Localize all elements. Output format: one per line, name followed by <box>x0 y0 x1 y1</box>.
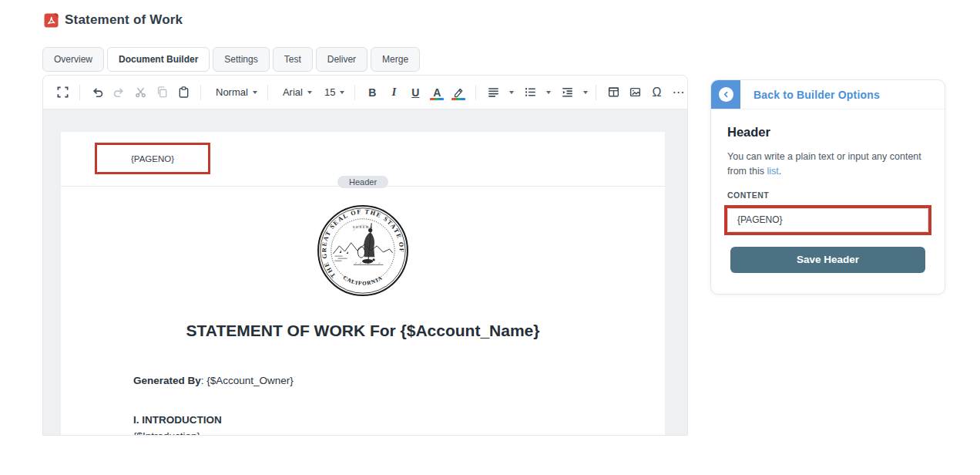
toolbar-separator <box>200 85 201 100</box>
panel-header: Back to Builder Options <box>711 80 945 109</box>
tab-settings[interactable]: Settings <box>213 47 269 72</box>
color-bar <box>430 98 444 100</box>
content-annotation-box <box>724 205 931 235</box>
section-body: {$Introduction} <box>133 430 665 436</box>
font-color-glyph: A <box>433 86 441 99</box>
table-icon[interactable] <box>603 83 623 103</box>
back-circle <box>719 87 733 102</box>
page-title: Statement of Work <box>65 12 183 28</box>
toolbar-separator <box>354 85 355 100</box>
chevron-down-icon[interactable] <box>546 91 551 94</box>
italic-icon[interactable]: I <box>384 83 404 103</box>
seal-ring-text: THE GREAT SEAL OF THE STATE OF <box>321 208 405 279</box>
chevron-down-icon[interactable] <box>509 91 514 94</box>
toolbar-separator <box>475 85 476 100</box>
section-heading: I. INTRODUCTION <box>133 414 665 426</box>
document-page[interactable]: {PAGENO} Header THE GREAT SEAL OF THE ST… <box>61 132 665 436</box>
page-header: Statement of Work <box>44 12 183 28</box>
bold-icon[interactable]: B <box>362 83 382 103</box>
tab-overview[interactable]: Overview <box>42 47 104 72</box>
generated-by-line: Generated By: {$Account_Owner} <box>133 375 665 386</box>
document-header-section: {PAGENO} Header <box>61 132 665 187</box>
cut-icon[interactable] <box>130 83 150 103</box>
align-icon[interactable] <box>483 83 503 103</box>
font-family-value: Arial <box>283 86 303 98</box>
list-link[interactable]: list <box>767 166 778 177</box>
editor-toolbar: Normal Arial 15 B I U A <box>43 76 687 109</box>
chevron-down-icon[interactable] <box>583 91 588 94</box>
header-annotation-box: {PAGENO} <box>95 143 210 174</box>
tab-deliver[interactable]: Deliver <box>316 47 368 72</box>
generated-by-value: : {$Account_Owner} <box>201 375 294 386</box>
description-period: . <box>779 166 781 177</box>
tab-document-builder[interactable]: Document Builder <box>107 47 210 72</box>
california-state-seal: THE GREAT SEAL OF THE STATE OF CALIFORNI… <box>61 204 665 298</box>
highlight-icon[interactable] <box>448 83 468 103</box>
paragraph-format-dropdown[interactable]: Normal <box>208 83 260 103</box>
tab-merge[interactable]: Merge <box>371 47 420 72</box>
generated-by-label: Generated By <box>133 375 201 386</box>
document-editor: Normal Arial 15 B I U A <box>42 75 688 436</box>
builder-options-panel: Back to Builder Options Header You can w… <box>710 79 945 295</box>
svg-text:THE GREAT SEAL OF THE STATE OF: THE GREAT SEAL OF THE STATE OF <box>321 208 405 279</box>
header-chip[interactable]: Header <box>337 176 388 188</box>
description-text: You can write a plain text or input any … <box>727 151 921 177</box>
content-input[interactable] <box>727 208 928 232</box>
tab-test[interactable]: Test <box>273 47 313 72</box>
more-options-icon[interactable]: ⋯ <box>668 83 688 103</box>
panel-body: Header You can write a plain text or inp… <box>711 109 945 273</box>
font-family-dropdown[interactable]: Arial <box>275 83 315 103</box>
chevron-down-icon <box>253 91 257 94</box>
toolbar-separator <box>596 85 596 100</box>
toolbar-separator <box>267 85 268 100</box>
chevron-down-icon <box>340 91 344 94</box>
redo-icon[interactable] <box>109 83 129 103</box>
panel-section-title: Header <box>727 125 928 140</box>
content-label: CONTENT <box>727 190 928 200</box>
document-title: STATEMENT OF WORK For {$Account_Name} <box>61 322 665 340</box>
underline-icon[interactable]: U <box>405 83 425 103</box>
special-character-icon[interactable]: Ω <box>646 83 666 103</box>
chevron-down-icon <box>307 91 312 94</box>
panel-description: You can write a plain text or input any … <box>727 150 928 179</box>
save-header-button[interactable]: Save Header <box>730 247 925 273</box>
image-icon[interactable] <box>625 83 645 103</box>
svg-text:CALIFORNIA: CALIFORNIA <box>342 275 384 287</box>
indent-icon[interactable] <box>557 83 577 103</box>
tab-bar: Overview Document Builder Settings Test … <box>42 47 420 72</box>
paste-icon[interactable] <box>173 83 193 103</box>
bullet-list-icon[interactable] <box>520 83 540 103</box>
back-to-builder-options-link[interactable]: Back to Builder Options <box>753 89 880 101</box>
paragraph-format-value: Normal <box>216 86 248 98</box>
font-color-icon[interactable]: A <box>427 83 447 103</box>
header-variable: {PAGENO} <box>131 154 174 163</box>
color-bar <box>451 98 465 100</box>
font-size-value: 15 <box>324 86 335 98</box>
fullscreen-icon[interactable] <box>52 83 72 103</box>
undo-icon[interactable] <box>87 83 107 103</box>
editor-canvas: {PAGENO} Header THE GREAT SEAL OF THE ST… <box>43 109 687 436</box>
chevron-left-icon <box>722 90 730 99</box>
toolbar-separator <box>79 85 80 100</box>
copy-icon[interactable] <box>152 83 172 103</box>
back-button[interactable] <box>711 80 740 109</box>
pdf-file-icon <box>44 13 59 28</box>
font-size-dropdown[interactable]: 15 <box>317 83 347 103</box>
seal-state-text: CALIFORNIA <box>342 275 384 287</box>
